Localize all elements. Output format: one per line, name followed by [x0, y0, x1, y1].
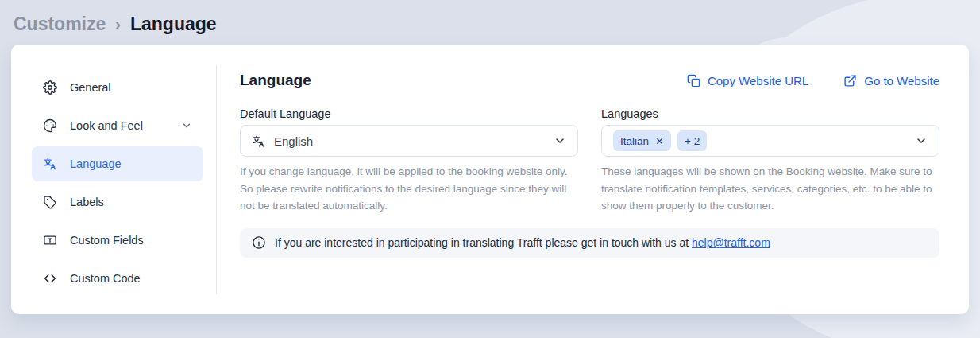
copy-website-url-button[interactable]: Copy Website URL [687, 74, 808, 87]
customize-sidebar: General Look and Feel Language Labels Cu… [11, 45, 216, 314]
code-icon [43, 271, 57, 286]
default-language-help: If you change language, it will be appli… [240, 163, 578, 215]
info-icon [252, 235, 266, 250]
languages-multiselect[interactable]: Italian + 2 [601, 125, 939, 157]
languages-label: Languages [601, 107, 939, 120]
remove-language-icon[interactable] [655, 137, 664, 146]
default-language-select[interactable]: English [240, 125, 578, 157]
sidebar-item-general[interactable]: General [32, 70, 203, 105]
default-language-value: English [274, 134, 313, 148]
sidebar-item-label: Custom Fields [70, 234, 144, 247]
tag-icon [43, 195, 57, 209]
banner-message: If you are interested in participating i… [275, 236, 692, 249]
go-to-website-label: Go to Website [864, 74, 939, 87]
chevron-down-icon [554, 134, 566, 147]
palette-icon [43, 118, 57, 133]
language-chip-italian: Italian [613, 130, 671, 151]
translate-icon [43, 157, 57, 171]
breadcrumb-section[interactable]: Customize [14, 14, 106, 35]
sidebar-item-language[interactable]: Language [32, 146, 203, 181]
language-chip-label: Italian [620, 135, 649, 147]
gear-icon [43, 80, 57, 95]
default-language-field: Default Language English If you change l… [240, 107, 578, 215]
chevron-down-icon [915, 134, 928, 147]
breadcrumb-separator: › [115, 14, 121, 33]
support-email-link[interactable]: help@trafft.com [692, 236, 770, 249]
go-to-website-button[interactable]: Go to Website [843, 74, 939, 87]
breadcrumb: Customize › Language [0, 0, 980, 40]
sidebar-item-custom-fields[interactable]: Custom Fields [32, 223, 203, 258]
sidebar-item-labels[interactable]: Labels [32, 185, 203, 220]
copy-website-url-label: Copy Website URL [708, 74, 808, 87]
copy-icon [687, 74, 700, 87]
page-title: Language [240, 72, 311, 89]
chevron-down-icon [181, 120, 192, 131]
sidebar-item-label: Look and Feel [70, 119, 143, 132]
sidebar-item-label: General [70, 81, 111, 94]
banner-text: If you are interested in participating i… [275, 236, 770, 249]
language-settings-panel: Language Copy Website URL Go to Website … [217, 45, 969, 314]
languages-help: These languages will be shown on the Boo… [601, 163, 939, 215]
sidebar-item-label: Language [70, 157, 122, 170]
breadcrumb-current-page: Language [130, 14, 217, 35]
external-link-icon [843, 74, 857, 87]
translation-info-banner: If you are interested in participating i… [240, 228, 939, 258]
sidebar-item-label: Labels [70, 196, 104, 208]
settings-card: General Look and Feel Language Labels Cu… [11, 45, 969, 314]
text-field-icon [43, 233, 57, 247]
languages-field: Languages Italian + 2 These languages wi… [601, 107, 939, 215]
sidebar-item-look-and-feel[interactable]: Look and Feel [32, 108, 203, 143]
more-languages-badge[interactable]: + 2 [677, 130, 707, 151]
sidebar-item-custom-code[interactable]: Custom Code [32, 261, 203, 296]
sidebar-item-label: Custom Code [70, 272, 141, 285]
translate-icon [252, 134, 265, 148]
default-language-label: Default Language [240, 107, 578, 120]
